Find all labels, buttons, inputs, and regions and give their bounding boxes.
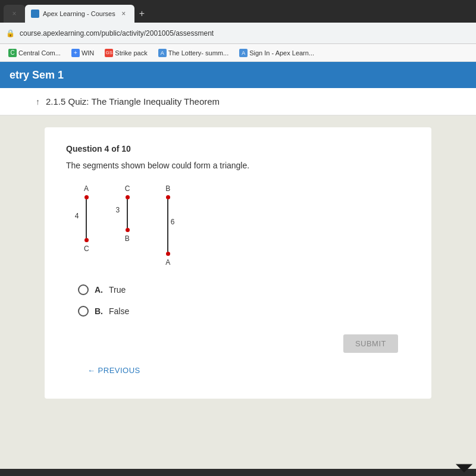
- tab-title: Apex Learning - Courses: [43, 10, 115, 17]
- bookmark-strike-label: Strike pack: [115, 49, 147, 57]
- quiz-nav-text: 2.1.5 Quiz: The Triangle Inequality Theo…: [46, 96, 220, 107]
- seg-cb-line: 3: [126, 195, 130, 232]
- answer-b-text: False: [109, 306, 129, 316]
- radio-a[interactable]: [78, 284, 89, 295]
- bookmark-apex-label: Sign In - Apex Learn...: [249, 49, 314, 57]
- question-number: Question 4 of 10: [66, 144, 410, 154]
- previous-link[interactable]: ← PREVIOUS: [87, 366, 140, 375]
- tab-bar: × Apex Learning - Courses × +: [0, 0, 476, 23]
- seg-ac-bottom-label: C: [84, 245, 89, 253]
- answer-a-label: A.: [95, 285, 103, 295]
- lock-icon: 🔒: [6, 29, 15, 37]
- seg-ac-number: 4: [75, 212, 79, 220]
- seg-cb-top-label: C: [125, 184, 130, 193]
- quiz-content: Question 4 of 10 The segments shown belo…: [45, 127, 431, 399]
- main-content: ↑ 2.1.5 Quiz: The Triangle Inequality Th…: [0, 88, 476, 469]
- segment-ba: B 6 A: [165, 184, 170, 267]
- bookmark-apex-icon: A: [239, 49, 248, 57]
- bookmark-central[interactable]: C Central Com...: [5, 48, 64, 58]
- bookmark-win-label: WIN: [82, 49, 94, 57]
- bookmark-central-label: Central Com...: [18, 49, 61, 57]
- address-bar: 🔒 course.apexlearning.com/public/activit…: [0, 23, 476, 44]
- page-header: etry Sem 1: [0, 62, 476, 88]
- bookmark-central-icon: C: [8, 49, 17, 57]
- seg-ba-bottom-label: A: [165, 258, 170, 267]
- seg-ac-line: 4: [84, 195, 89, 242]
- bookmarks-bar: C Central Com... + WIN GS Strike pack A …: [0, 44, 476, 62]
- answer-b-label: B.: [95, 306, 103, 316]
- seg-cb-bottom-label: B: [125, 234, 130, 243]
- question-text: The segments shown below could form a tr…: [66, 161, 410, 170]
- answer-a-text: True: [109, 285, 126, 295]
- new-tab-button[interactable]: +: [134, 5, 149, 23]
- seg-cb-line-body: [127, 199, 128, 228]
- browser-chrome: × Apex Learning - Courses × + 🔒 course.a…: [0, 0, 476, 62]
- quiz-header-bar: ↑ 2.1.5 Quiz: The Triangle Inequality Th…: [0, 88, 476, 115]
- seg-ba-line: 6: [166, 195, 170, 256]
- seg-ba-line-body: [167, 199, 168, 252]
- segment-cb: C 3 B: [125, 184, 130, 243]
- bookmark-apex-signin[interactable]: A Sign In - Apex Learn...: [236, 48, 318, 58]
- inactive-tab-close[interactable]: ×: [10, 10, 19, 18]
- answer-options: A. True B. False: [78, 284, 410, 317]
- seg-ba-top-dot: [166, 195, 170, 199]
- bookmark-strike-icon: GS: [105, 49, 113, 57]
- seg-cb-bottom-dot: [126, 228, 130, 232]
- seg-ba-top-label: B: [165, 184, 170, 193]
- seg-ac-top-dot: [84, 195, 89, 199]
- seg-ac-line-body: [86, 199, 87, 238]
- bookmark-lottery-label: The Lottery- summ...: [168, 49, 228, 57]
- answer-option-b[interactable]: B. False: [78, 306, 410, 317]
- tab-close-button[interactable]: ×: [119, 10, 129, 18]
- tab-favicon: [31, 10, 39, 18]
- answer-option-a[interactable]: A. True: [78, 284, 410, 295]
- bookmark-win[interactable]: + WIN: [68, 48, 98, 58]
- active-tab[interactable]: Apex Learning - Courses ×: [25, 5, 134, 23]
- nav-area: ← PREVIOUS: [66, 359, 410, 382]
- radio-b[interactable]: [78, 306, 89, 317]
- inactive-tab[interactable]: ×: [4, 5, 25, 23]
- bookmark-strike[interactable]: GS Strike pack: [101, 48, 151, 58]
- seg-ba-number: 6: [171, 218, 175, 226]
- bookmark-win-icon: +: [71, 49, 80, 57]
- submit-area: SUBMIT: [66, 328, 410, 359]
- seg-ac-bottom-dot: [84, 238, 89, 242]
- submit-button[interactable]: SUBMIT: [343, 334, 398, 353]
- quiz-up-arrow-icon: ↑: [36, 97, 40, 107]
- bookmark-lottery-icon: A: [158, 49, 167, 57]
- seg-ac-top-label: A: [84, 184, 89, 193]
- segments-diagram: A 4 C C 3 B: [84, 184, 410, 267]
- seg-cb-number: 3: [116, 206, 120, 214]
- seg-cb-top-dot: [126, 195, 130, 199]
- segment-ac: A 4 C: [84, 184, 89, 253]
- seg-ba-bottom-dot: [166, 252, 170, 256]
- bookmark-lottery[interactable]: A The Lottery- summ...: [155, 48, 232, 58]
- page-header-title: etry Sem 1: [10, 69, 64, 82]
- address-text[interactable]: course.apexlearning.com/public/activity/…: [20, 29, 470, 37]
